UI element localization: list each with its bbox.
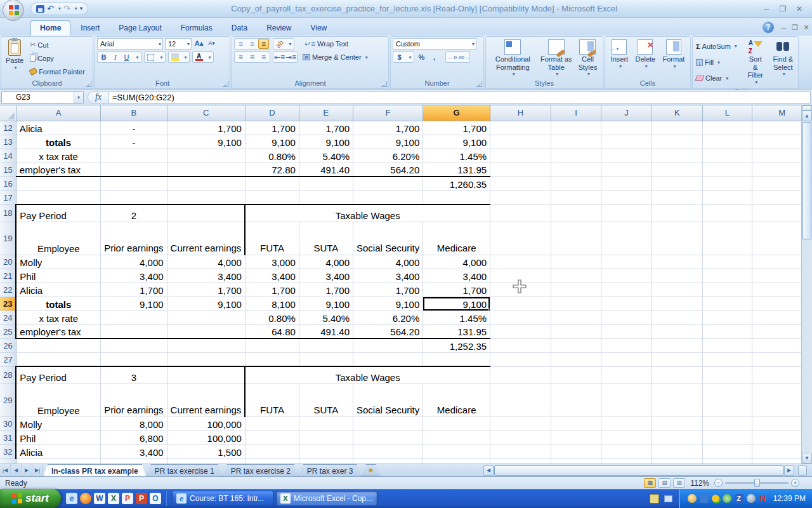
cell-D20[interactable]: 3,000 <box>245 255 299 269</box>
cell-K15[interactable] <box>652 163 702 177</box>
fill-handle[interactable] <box>488 309 490 311</box>
undo-dropdown-icon[interactable]: ▾ <box>58 6 61 11</box>
number-format-combo[interactable]: Custom▾ <box>393 38 476 50</box>
cell-B17[interactable] <box>101 190 167 204</box>
cell-C30[interactable]: 100,000 <box>167 417 245 431</box>
cell-G19[interactable]: Medicare <box>423 222 490 255</box>
insert-worksheet-tab[interactable]: ✱ <box>362 464 381 476</box>
ribbon-tab-home[interactable]: Home <box>30 20 70 36</box>
cell-empty[interactable] <box>16 458 100 464</box>
cell-B24[interactable] <box>101 311 167 324</box>
cell-D22[interactable]: 1,700 <box>245 283 299 297</box>
cell-A17[interactable] <box>16 190 100 204</box>
cell-L19[interactable] <box>702 222 752 255</box>
row-header-26[interactable]: 26 <box>0 338 16 352</box>
cell-B18[interactable]: 2 <box>101 204 167 222</box>
cell-L31[interactable] <box>702 431 752 444</box>
cell-empty[interactable] <box>652 458 702 464</box>
quick-launch-publisher-icon[interactable]: P <box>136 493 147 504</box>
cell-F25[interactable]: 564.20 <box>353 324 423 338</box>
cell-empty[interactable] <box>702 458 752 464</box>
row-header-20[interactable]: 20 <box>0 255 16 269</box>
cell-C29[interactable]: Current earnings <box>167 384 245 417</box>
formula-input[interactable]: =SUM(G20:G22) <box>109 91 811 104</box>
cell-H18[interactable] <box>490 204 551 222</box>
cell-J14[interactable] <box>601 149 652 163</box>
column-header-J[interactable]: J <box>601 105 652 121</box>
cell-C26[interactable] <box>167 338 245 352</box>
cell-C12[interactable]: 1,700 <box>167 121 245 135</box>
cell-A23[interactable]: totals <box>16 297 100 311</box>
cell-F12[interactable]: 1,700 <box>353 121 423 135</box>
cell-F23[interactable]: 9,100 <box>353 297 423 311</box>
zoom-in-icon[interactable]: + <box>791 479 799 487</box>
cell-L22[interactable] <box>702 283 752 297</box>
cell-E23[interactable]: 9,100 <box>299 297 353 311</box>
cell-B26[interactable] <box>101 338 167 352</box>
cell-H27[interactable] <box>490 352 551 366</box>
cell-G16[interactable]: 1,260.35 <box>423 177 490 190</box>
cell-B13[interactable]: - <box>101 135 167 149</box>
cell-D31[interactable] <box>245 431 299 444</box>
cell-F19[interactable]: Social Security <box>353 222 423 255</box>
cell-K27[interactable] <box>652 352 702 366</box>
cell-styles-button[interactable]: Cell Styles▾ <box>575 38 601 78</box>
zoom-slider[interactable] <box>725 482 789 484</box>
cell-H22[interactable] <box>490 283 551 297</box>
scroll-up-icon[interactable]: ▲ <box>802 110 812 121</box>
cell-J15[interactable] <box>601 163 652 177</box>
cell-K12[interactable] <box>652 121 702 135</box>
cell-E30[interactable] <box>299 417 353 431</box>
cell-K22[interactable] <box>652 283 702 297</box>
cell-L24[interactable] <box>702 311 752 324</box>
cell-D19[interactable]: FUTA <box>245 222 299 255</box>
cell-C27[interactable] <box>167 352 245 366</box>
ribbon-tab-view[interactable]: View <box>301 21 336 36</box>
cell-A28[interactable]: Pay Period <box>16 366 100 384</box>
cell-D12[interactable]: 1,700 <box>245 121 299 135</box>
cell-K17[interactable] <box>652 190 702 204</box>
cell-G20[interactable]: 4,000 <box>423 255 490 269</box>
cell-K18[interactable] <box>652 204 702 222</box>
cell-J29[interactable] <box>601 384 652 417</box>
cell-F29[interactable]: Social Security <box>353 384 423 417</box>
cell-J24[interactable] <box>601 311 652 324</box>
align-left-icon[interactable]: ≡ <box>235 52 246 62</box>
cell-B16[interactable] <box>101 177 167 190</box>
taskbar-task-2[interactable]: XMicrosoft Excel - Cop... <box>276 491 377 506</box>
cell-G12[interactable]: 1,700 <box>423 121 490 135</box>
cell-C25[interactable] <box>167 324 245 338</box>
next-sheet-icon[interactable]: ▶ <box>22 464 32 476</box>
quick-launch-firefox-icon[interactable] <box>80 493 91 504</box>
row-header-29[interactable]: 29 <box>0 384 16 417</box>
cell-G22[interactable]: 1,700 <box>423 283 490 297</box>
cell-empty[interactable] <box>353 458 423 464</box>
cell-F21[interactable]: 3,400 <box>353 269 423 283</box>
font-size-combo[interactable]: 12▾ <box>165 38 192 50</box>
column-header-G[interactable]: G <box>423 105 490 121</box>
cell-E24[interactable]: 5.40% <box>299 311 353 324</box>
cell-F24[interactable]: 6.20% <box>353 311 423 324</box>
zoom-slider-thumb[interactable] <box>754 479 760 487</box>
paste-button[interactable]: Paste▾ <box>3 38 26 78</box>
vertical-split-handle[interactable] <box>802 105 812 110</box>
undo-icon[interactable]: ↶ <box>47 4 54 13</box>
cell-F32[interactable] <box>353 444 423 458</box>
cell-G27[interactable] <box>423 352 490 366</box>
workbook-minimize-button[interactable]: ─ <box>778 24 789 32</box>
cell-G21[interactable]: 3,400 <box>423 269 490 283</box>
cell-J30[interactable] <box>601 417 652 431</box>
cell-H21[interactable] <box>490 269 551 283</box>
cell-F16[interactable] <box>353 177 423 190</box>
cell-H14[interactable] <box>490 149 551 163</box>
cell-A32[interactable]: Alicia <box>16 444 100 458</box>
cell-H30[interactable] <box>490 417 551 431</box>
cell-H20[interactable] <box>490 255 551 269</box>
cell-B19[interactable]: Prior earnings <box>101 222 167 255</box>
cell-K24[interactable] <box>652 311 702 324</box>
cell-A15[interactable]: employer's tax <box>16 163 100 177</box>
cell-J13[interactable] <box>601 135 652 149</box>
ribbon-tab-data[interactable]: Data <box>223 21 256 36</box>
cell-G17[interactable] <box>423 190 490 204</box>
cell-I24[interactable] <box>551 311 601 324</box>
